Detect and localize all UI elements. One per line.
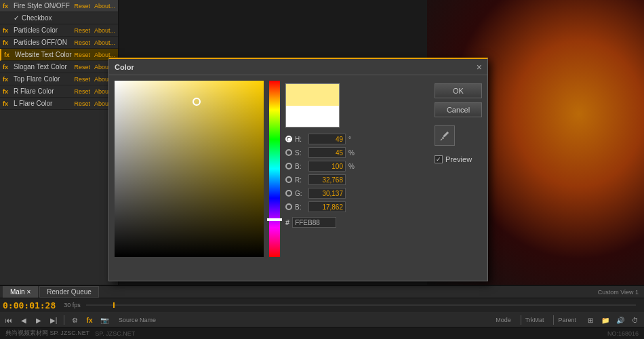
effect-row-particles-offon[interactable]: fx Particles OFF/ON Reset About... (0, 37, 118, 49)
toolbar-separator (64, 315, 64, 325)
fx-badge-4: fx (4, 52, 12, 58)
timecode: 0:00:01:28 (3, 300, 56, 311)
clock-icon[interactable]: ⏱ (629, 314, 641, 326)
color-picker-gradient[interactable] (115, 81, 264, 257)
input-h[interactable] (308, 134, 346, 144)
label-h: H: (295, 136, 306, 143)
effect-reset-particles-offon[interactable]: Reset (74, 39, 90, 46)
effect-reset-website-text-color[interactable]: Reset (74, 52, 90, 58)
value-row-h: H: ° (285, 133, 429, 145)
effect-reset-l-flare-color[interactable]: Reset (74, 100, 90, 107)
custom-view-label: Custom View 1 (598, 289, 639, 296)
trkmat-label: TrkMat (525, 317, 544, 323)
tab-render-queue[interactable]: Render Queue (39, 286, 99, 298)
color-values-panel: H: ° S: % B: % R: (285, 81, 429, 275)
spectrum-slider[interactable] (269, 81, 280, 257)
fx-badge-7: fx (3, 88, 11, 95)
effect-reset-top-flare-color[interactable]: Reset (74, 76, 90, 83)
label-b: B: (295, 163, 306, 170)
dialog-close-button[interactable]: × (477, 62, 482, 72)
source-name-label: Source Name (119, 317, 156, 323)
effect-name-particles-color: Particles Color (14, 26, 74, 34)
toolbar-separator-2 (521, 315, 521, 325)
effect-about-particles-color[interactable]: About... (94, 27, 115, 34)
audio-icon[interactable]: 🔊 (614, 314, 626, 326)
color-dialog: Color × H: ° (108, 58, 488, 281)
value-row-g: G: (285, 187, 429, 199)
fx-badge-6: fx (3, 76, 11, 83)
radio-s[interactable] (285, 149, 292, 156)
effect-row-website-text-color[interactable]: fx Website Text Color Reset About... (0, 49, 118, 61)
effect-reset-particles-color[interactable]: Reset (74, 27, 90, 34)
skip-start-button[interactable]: ⏮ (3, 314, 15, 326)
mode-label: Mode (496, 317, 511, 323)
label-r: R: (295, 176, 306, 184)
color-preview-box (285, 83, 340, 127)
radio-b[interactable] (285, 163, 292, 170)
effect-about-website-text-color[interactable]: About... (94, 52, 115, 58)
watermark-bar: 典尚视频素材网 SP. JZSC.NET SP. JZSC.NET NO:168… (0, 327, 644, 339)
preview-new-color (286, 84, 339, 106)
effect-row-fire-style[interactable]: fx Fire Style ON/OFF Reset About... (0, 0, 118, 12)
effect-row-r-flare-color[interactable]: fx R Flare Color Reset About... (0, 85, 118, 98)
unit-s: % (348, 149, 355, 157)
ok-button[interactable]: OK (435, 83, 482, 98)
fx-icon[interactable]: fx (83, 314, 96, 326)
fx-badge: fx (3, 3, 11, 9)
dialog-body: H: ° S: % B: % R: (109, 75, 487, 281)
render-settings-icon[interactable]: ⊞ (584, 314, 597, 326)
dialog-titlebar: Color × (109, 59, 487, 75)
unit-b: % (348, 163, 355, 170)
hex-input[interactable] (292, 217, 336, 228)
effect-about-fire-style[interactable]: About... (94, 3, 115, 9)
value-row-r: R: (285, 174, 429, 186)
effect-reset-fire-style[interactable]: Reset (74, 3, 90, 9)
next-frame-button[interactable]: ▶| (47, 314, 60, 326)
label-g: G: (295, 190, 306, 197)
radio-g[interactable] (285, 190, 292, 197)
hex-row: # (285, 217, 429, 228)
color-gradient-bg (115, 81, 264, 257)
input-g[interactable] (308, 188, 346, 199)
effect-row-slogan-text-color[interactable]: fx Slogan Text Color Reset About... (0, 61, 118, 73)
input-b[interactable] (308, 161, 346, 172)
effect-reset-r-flare-color[interactable]: Reset (74, 88, 90, 95)
fx-badge-8: fx (3, 100, 11, 107)
play-button[interactable]: ▶ (33, 314, 45, 326)
fx-badge-5: fx (3, 64, 11, 71)
eyedropper-button[interactable] (435, 125, 455, 146)
radio-b2[interactable] (285, 203, 292, 210)
timeline-row: 0:00:01:28 30 fps (0, 298, 644, 312)
effect-about-particles-offon[interactable]: About... (94, 39, 115, 46)
preview-checkbox[interactable]: ✓ (435, 155, 443, 163)
effect-reset-slogan-text-color[interactable]: Reset (74, 64, 90, 71)
radio-h[interactable] (285, 136, 292, 142)
playhead-indicator (113, 302, 115, 308)
watermark-url: SP. JZSC.NET (95, 330, 135, 337)
output-module-icon[interactable]: 📁 (599, 314, 611, 326)
tab-main[interactable]: Main × (3, 286, 38, 298)
tabs-row: Main × Render Queue Custom View 1 (0, 286, 644, 298)
prev-frame-button[interactable]: ◀ (18, 314, 30, 326)
preview-check-row: ✓ Preview (435, 155, 482, 163)
cancel-button[interactable]: Cancel (435, 102, 482, 117)
checkbox-check: ✓ (14, 14, 19, 22)
camera-icon[interactable]: 📷 (98, 314, 110, 326)
effect-name-website-text-color: Website Text Color (15, 51, 74, 58)
effect-row-particles-color[interactable]: fx Particles Color Reset About... (0, 24, 118, 37)
hex-symbol: # (285, 218, 289, 226)
toolbar-row: ⏮ ◀ ▶ ▶| ⚙ fx 📷 Source Name Mode TrkMat … (0, 312, 644, 328)
effect-row-l-flare-color[interactable]: fx L Flare Color Reset About... (0, 98, 118, 110)
effect-name-checkbox: Checkbox (22, 14, 115, 22)
tools-icon[interactable]: ⚙ (68, 314, 81, 326)
unit-h: ° (348, 136, 351, 143)
input-r[interactable] (308, 174, 346, 185)
effect-row-top-flare-color[interactable]: fx Top Flare Color Reset About... (0, 73, 118, 85)
input-s[interactable] (308, 147, 346, 158)
radio-r[interactable] (285, 176, 292, 183)
input-b2[interactable] (308, 201, 346, 212)
effect-row-checkbox[interactable]: ✓ Checkbox (0, 12, 118, 24)
effect-name-fire-style: Fire Style ON/OFF (14, 2, 74, 9)
dialog-title: Color (115, 63, 134, 71)
dialog-buttons: OK Cancel ✓ Preview (435, 81, 482, 275)
